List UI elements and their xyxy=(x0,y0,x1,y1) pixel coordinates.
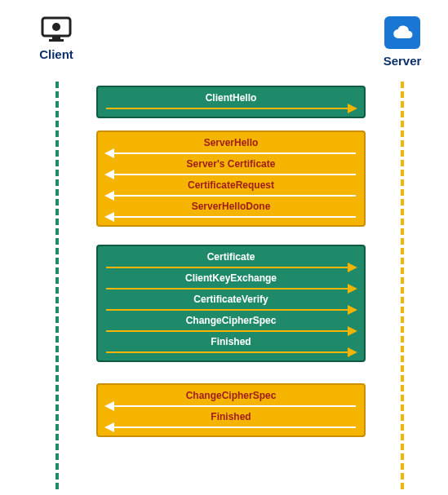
message-row: ChangeCipherSpec xyxy=(106,315,356,336)
svg-point-1 xyxy=(52,23,60,31)
arrow-right-icon xyxy=(106,328,356,334)
message-group-client-2: Certificate ClientKeyExchange Certificat… xyxy=(96,245,366,362)
server-lifeline xyxy=(401,82,404,489)
message-group-server-2: ChangeCipherSpec Finished xyxy=(96,383,366,437)
client-lifeline xyxy=(55,82,59,489)
message-label: ClientHello xyxy=(106,92,356,105)
message-label: Finished xyxy=(106,336,356,349)
message-label: CertificateRequest xyxy=(106,179,356,192)
message-label: Certificate xyxy=(106,251,356,264)
message-row: ServerHello xyxy=(106,137,356,158)
tls-handshake-diagram: Client Server ClientHello ServerHello Se… xyxy=(16,16,432,481)
arrow-left-icon xyxy=(106,214,356,220)
message-label: CertificateVerify xyxy=(106,294,356,307)
message-label: ChangeCipherSpec xyxy=(106,315,356,328)
client-label: Client xyxy=(28,47,85,61)
arrow-left-icon xyxy=(106,424,356,431)
message-label: ClientKeyExchange xyxy=(106,272,356,285)
message-row: ServerHelloDone xyxy=(106,201,356,222)
message-row: ClientHello xyxy=(106,92,356,113)
message-label: Finished xyxy=(106,411,356,424)
cloud-icon xyxy=(374,16,431,49)
message-row: Finished xyxy=(106,411,356,432)
message-row: Server's Certificate xyxy=(106,158,356,179)
message-group-server-1: ServerHello Server's Certificate Certifi… xyxy=(96,130,366,227)
client-endpoint: Client xyxy=(28,16,85,61)
server-endpoint: Server xyxy=(374,16,431,68)
monitor-icon xyxy=(28,16,85,42)
svg-rect-3 xyxy=(49,39,64,42)
message-group-client-1: ClientHello xyxy=(96,86,366,118)
message-row: CertificateRequest xyxy=(106,179,356,201)
arrow-left-icon xyxy=(106,171,356,178)
message-label: ChangeCipherSpec xyxy=(106,390,356,403)
arrow-left-icon xyxy=(106,403,356,409)
message-row: ChangeCipherSpec xyxy=(106,390,356,411)
message-label: ServerHello xyxy=(106,137,356,150)
arrow-right-icon xyxy=(106,105,356,112)
arrow-right-icon xyxy=(106,349,356,356)
message-row: Finished xyxy=(106,336,356,357)
server-label: Server xyxy=(374,54,431,68)
arrow-right-icon xyxy=(106,307,356,313)
message-row: ClientKeyExchange xyxy=(106,272,356,294)
arrow-left-icon xyxy=(106,192,356,199)
arrow-right-icon xyxy=(106,285,356,292)
message-row: Certificate xyxy=(106,251,356,272)
arrow-left-icon xyxy=(106,150,356,157)
arrow-right-icon xyxy=(106,264,356,271)
message-label: ServerHelloDone xyxy=(106,201,356,214)
message-row: CertificateVerify xyxy=(106,294,356,315)
svg-rect-2 xyxy=(52,37,60,39)
message-label: Server's Certificate xyxy=(106,158,356,171)
